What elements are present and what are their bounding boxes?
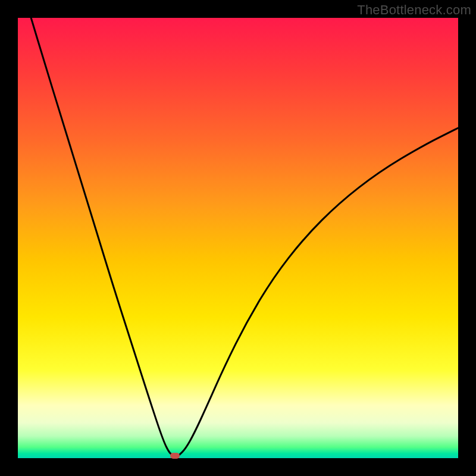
chart-frame: TheBottleneck.com xyxy=(0,0,476,476)
watermark-text: TheBottleneck.com xyxy=(357,2,471,18)
curve-svg xyxy=(18,18,458,458)
optimal-marker xyxy=(170,453,180,459)
curve-left xyxy=(31,18,174,456)
curve-right xyxy=(178,128,458,456)
plot-area xyxy=(18,18,458,458)
